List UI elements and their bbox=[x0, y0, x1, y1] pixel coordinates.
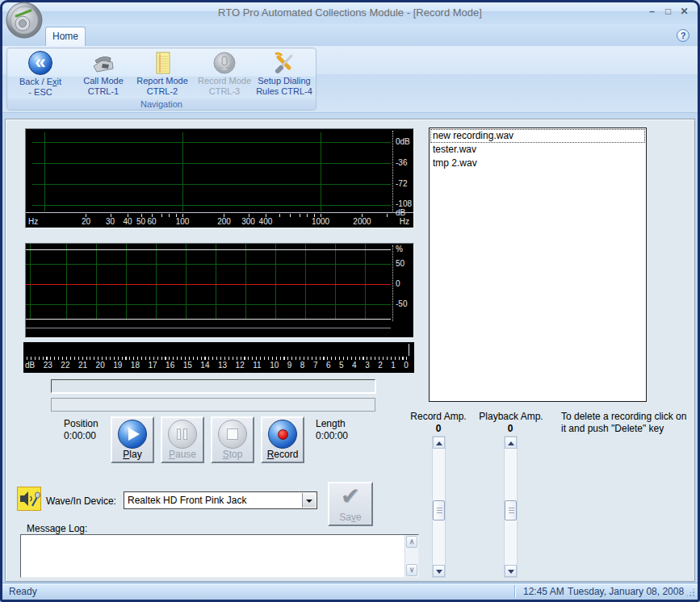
setup-dialing-rules-button[interactable]: Setup Dialing Rules CTRL-4 bbox=[253, 50, 316, 100]
recording-list-item[interactable]: tester.wav bbox=[430, 143, 645, 157]
waveform-grid bbox=[26, 244, 391, 320]
wave-in-device-select[interactable]: Realtek HD Front Pink Jack bbox=[124, 491, 317, 509]
message-log-label: Message Log: bbox=[27, 523, 87, 534]
zero-line bbox=[26, 284, 391, 285]
recordings-listbox[interactable]: new recording.wavtester.wavtmp 2.wav bbox=[429, 128, 647, 402]
play-button[interactable]: Play bbox=[111, 416, 154, 463]
vu-scale-label: 0 bbox=[404, 361, 409, 370]
playback-amp-value: 0 bbox=[494, 423, 526, 434]
vu-scale-label: 14 bbox=[200, 361, 209, 370]
hz-unit-label: Hz bbox=[28, 217, 38, 226]
gridline bbox=[26, 319, 391, 320]
gridline bbox=[321, 132, 321, 211]
wave-in-device-label: Wave/In Device: bbox=[46, 495, 116, 507]
vu-scale-label: 9 bbox=[287, 361, 292, 370]
pct-axis-label: 0 bbox=[396, 280, 400, 288]
playback-amp-slider[interactable] bbox=[504, 436, 518, 578]
vu-scale-label: 18 bbox=[131, 361, 140, 370]
record-amp-value: 0 bbox=[422, 423, 455, 434]
report-mode-button[interactable]: Report Mode CTRL-2 bbox=[130, 50, 195, 100]
position-label: Position 0:00:00 bbox=[64, 418, 99, 442]
length-value: 0:00:00 bbox=[316, 430, 348, 442]
vu-scale-label: 21 bbox=[78, 361, 87, 370]
record-button[interactable]: Record bbox=[261, 416, 304, 463]
titlebar: RTO Pro Automated Collections Module - [… bbox=[0, 0, 700, 24]
play-icon bbox=[118, 420, 147, 449]
vu-scale-label: 2 bbox=[378, 361, 383, 370]
gridline bbox=[44, 132, 45, 211]
delete-hint-text: To delete a recording click on it and pu… bbox=[561, 411, 697, 435]
back-icon: « bbox=[28, 51, 52, 75]
pause-icon bbox=[168, 420, 197, 449]
selected-device: Realtek HD Front Pink Jack bbox=[128, 495, 246, 506]
vu-scale-label: 12 bbox=[236, 361, 245, 370]
record-amp-label: Record Amp. bbox=[402, 411, 475, 422]
close-button[interactable]: ✕ bbox=[678, 6, 690, 18]
y-axis-ticks bbox=[392, 245, 393, 321]
window-title: RTO Pro Automated Collections Module - [… bbox=[0, 6, 700, 19]
playback-amp-label: Playback Amp. bbox=[475, 411, 547, 422]
tools-icon bbox=[271, 50, 297, 76]
gridline bbox=[26, 249, 391, 250]
stop-button[interactable]: Stop bbox=[211, 416, 254, 463]
db-axis-label: 0dB bbox=[396, 138, 410, 146]
dropdown-arrow-icon[interactable] bbox=[302, 493, 316, 508]
scroll-down-icon[interactable]: ∨ bbox=[406, 564, 417, 576]
scroll-up-icon[interactable]: ∧ bbox=[406, 536, 417, 548]
db-axis-label: -36 bbox=[396, 159, 407, 167]
slider-thumb[interactable] bbox=[505, 500, 517, 520]
save-button[interactable]: ✔ Save bbox=[328, 482, 373, 526]
spectrum-x-axis: 203040506010020030040010002000 bbox=[26, 213, 413, 227]
status-separator bbox=[514, 585, 516, 598]
vu-scale-label: dB bbox=[25, 361, 35, 370]
phone-icon bbox=[90, 50, 116, 76]
tab-home[interactable]: Home bbox=[45, 27, 86, 46]
vu-scale-label: 3 bbox=[365, 361, 370, 370]
notepad-icon bbox=[149, 50, 175, 76]
call-mode-button[interactable]: Call Mode CTRL-1 bbox=[77, 50, 130, 100]
app-orb-icon bbox=[6, 2, 43, 39]
pause-button[interactable]: Pause bbox=[161, 416, 204, 463]
back-exit-button[interactable]: « Back / Exit - ESC bbox=[12, 50, 69, 100]
vu-scale-label: 20 bbox=[96, 361, 105, 370]
pct-axis-label: -50 bbox=[396, 300, 407, 308]
vu-scale-label: 15 bbox=[183, 361, 192, 370]
y-axis-ticks bbox=[392, 131, 393, 211]
vu-scale-label: 16 bbox=[166, 361, 174, 370]
vu-scale-label: 8 bbox=[300, 361, 305, 370]
slider-down-icon[interactable] bbox=[433, 565, 445, 577]
main-panel: 0dB -36 -72 -108 dB 20304050601002003004… bbox=[5, 119, 695, 582]
gridline bbox=[32, 205, 391, 206]
vu-scale-label: 7 bbox=[313, 361, 318, 370]
vu-scale-label: 4 bbox=[352, 361, 357, 370]
slider-up-icon[interactable] bbox=[505, 437, 517, 449]
vu-scale-label: 11 bbox=[253, 361, 261, 370]
resize-grip[interactable] bbox=[685, 587, 695, 597]
record-mode-button[interactable]: Record Mode CTRL-3 bbox=[196, 50, 253, 100]
minimize-button[interactable]: – bbox=[646, 6, 658, 18]
pct-axis-label: % bbox=[396, 245, 403, 253]
maximize-button[interactable]: □ bbox=[662, 6, 674, 18]
vu-ticks bbox=[27, 357, 408, 360]
slider-up-icon[interactable] bbox=[433, 437, 445, 449]
slider-down-icon[interactable] bbox=[505, 565, 517, 577]
vu-scale-labels: dB23222120191817161514131211109876543210 bbox=[25, 361, 409, 370]
message-log-textarea[interactable]: ∧ ∨ bbox=[20, 534, 419, 578]
recording-list-item[interactable]: tmp 2.wav bbox=[430, 157, 645, 170]
help-button[interactable]: ? bbox=[677, 29, 690, 42]
frequency-spectrum-display: 0dB -36 -72 -108 dB 20304050601002003004… bbox=[25, 128, 414, 228]
status-ready: Ready bbox=[9, 586, 37, 597]
message-log-scrollbar[interactable]: ∧ ∨ bbox=[404, 535, 418, 577]
ribbon: « Back / Exit - ESC Call Mode CTRL-1 bbox=[0, 46, 700, 113]
recording-list-item[interactable]: new recording.wav bbox=[430, 129, 645, 143]
hz-unit-label: Hz bbox=[400, 217, 409, 226]
navigation-group: « Back / Exit - ESC Call Mode CTRL-1 bbox=[6, 48, 316, 111]
gridline bbox=[32, 163, 391, 164]
slider-thumb[interactable] bbox=[433, 500, 445, 520]
record-amp-slider[interactable] bbox=[432, 436, 446, 578]
vu-meter: dB23222120191817161514131211109876543210 bbox=[23, 342, 414, 373]
vu-scale-label: 6 bbox=[326, 361, 331, 370]
application-menu-orb[interactable] bbox=[6, 2, 43, 39]
vu-scale-label: 22 bbox=[61, 361, 69, 370]
ribbon-tab-row: Home ? bbox=[0, 24, 700, 46]
